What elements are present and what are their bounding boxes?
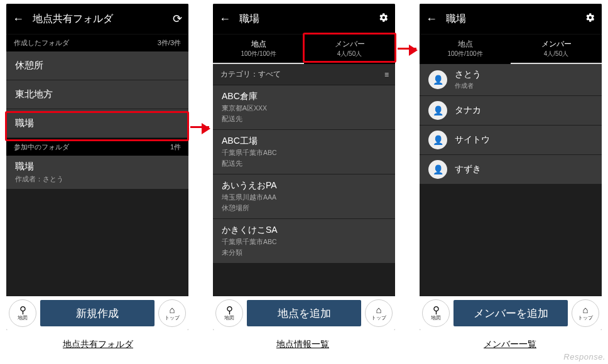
header: ← 地点共有フォルダ ⟳ [6, 4, 188, 34]
pin-icon: ⚲ [19, 305, 26, 314]
top-button[interactable]: ⌂ トップ [158, 299, 186, 327]
poi-row[interactable]: かきくけこSA 千葉県千葉市ABC 未分類 [213, 219, 395, 264]
joined-folder-sub: 作成者：さとう [15, 174, 180, 184]
poi-tag: 未分類 [222, 249, 386, 257]
map-button[interactable]: ⚲ 地図 [215, 299, 243, 327]
gear-icon[interactable] [580, 12, 595, 26]
top-button[interactable]: ⌂ トップ [572, 299, 599, 327]
bottom-bar: ⚲ 地図 新規作成 ⌂ トップ [6, 296, 188, 330]
folder-row[interactable]: 職場 [6, 109, 188, 138]
category-bar[interactable]: カテゴリ：すべて ≡ [213, 64, 395, 85]
map-button[interactable]: ⚲ 地図 [422, 299, 450, 327]
section-created: 作成したフォルダ 3件/3件 [6, 34, 188, 51]
screen-folder-list: ← 地点共有フォルダ ⟳ 作成したフォルダ 3件/3件 休憩所 東北地方 職場 … [6, 4, 188, 330]
poi-addr: 千葉県千葉市ABC [222, 149, 386, 158]
tabs: 地点 100件/100件 メンバー 4人/50人 [213, 34, 395, 64]
header-title: 職場 [234, 13, 374, 26]
avatar: 👤 [428, 160, 447, 179]
gear-icon[interactable] [374, 12, 389, 26]
folder-row[interactable]: 東北地方 [6, 80, 188, 109]
arrow-2 [398, 48, 416, 50]
home-icon: ⌂ [169, 305, 175, 314]
tab-count: 100件/100件 [447, 50, 482, 58]
tab-label: メンバー [335, 39, 365, 50]
create-button[interactable]: 新規作成 [40, 300, 155, 326]
pin-icon: ⚲ [433, 305, 440, 314]
add-member-button[interactable]: メンバーを追加 [453, 300, 568, 326]
member-name: さとう [455, 69, 481, 80]
top-label: トップ [371, 314, 386, 321]
member-role: 作成者 [455, 82, 481, 90]
member-name: サイトウ [455, 134, 490, 146]
joined-folder-name: 職場 [15, 161, 180, 173]
tab-poi[interactable]: 地点 100件/100件 [213, 35, 304, 64]
poi-tag: 休憩場所 [222, 204, 386, 213]
tab-label: メンバー [541, 39, 572, 50]
refresh-icon[interactable]: ⟳ [167, 12, 182, 26]
add-poi-button[interactable]: 地点を追加 [247, 300, 361, 326]
top-label: トップ [578, 314, 593, 321]
category-label: カテゴリ：すべて [220, 69, 281, 80]
section-count: 3件/3件 [158, 38, 181, 48]
bottom-bar: ⚲ 地図 メンバーを追加 ⌂ トップ [420, 296, 602, 330]
bottom-bar: ⚲ 地図 地点を追加 ⌂ トップ [213, 296, 395, 330]
tab-label: 地点 [458, 39, 473, 50]
poi-name: あいうえおPA [222, 180, 386, 191]
filter-icon[interactable]: ≡ [384, 70, 388, 79]
poi-row[interactable]: ABC工場 千葉県千葉市ABC 配送先 [213, 130, 395, 174]
tab-poi[interactable]: 地点 100件/100件 [420, 35, 511, 64]
caption-1: 地点共有フォルダ [63, 339, 133, 350]
member-name: すずき [455, 164, 481, 175]
home-icon: ⌂ [582, 305, 588, 314]
poi-name: ABC工場 [222, 136, 386, 147]
home-icon: ⌂ [376, 305, 381, 314]
poi-tag: 配送先 [222, 159, 386, 168]
section-label: 作成したフォルダ [14, 38, 69, 48]
filler [6, 190, 188, 296]
section-count: 1件 [170, 142, 181, 152]
member-row[interactable]: 👤 タナカ [420, 96, 602, 126]
filler [213, 264, 395, 296]
back-icon[interactable]: ← [219, 13, 234, 26]
poi-name: かきくけこSA [222, 225, 386, 236]
caption-3: メンバー一覧 [484, 339, 536, 350]
section-joined: 参加中のフォルダ 1件 [6, 138, 188, 156]
pin-icon: ⚲ [226, 305, 233, 314]
joined-folder-row[interactable]: 職場 作成者：さとう [6, 156, 188, 190]
member-row[interactable]: 👤 すずき [420, 155, 602, 185]
caption-2: 地点情報一覧 [276, 339, 329, 350]
poi-row[interactable]: あいうえおPA 埼玉県川越市AAA 休憩場所 [213, 174, 395, 219]
tab-members[interactable]: メンバー 4人/50人 [304, 35, 395, 64]
poi-name: ABC倉庫 [222, 91, 386, 102]
back-icon[interactable]: ← [426, 13, 441, 26]
poi-addr: 千葉県千葉市ABC [222, 238, 386, 247]
folder-row[interactable]: 休憩所 [6, 51, 188, 80]
arrow-1 [190, 126, 209, 128]
tab-count: 100件/100件 [241, 50, 276, 58]
top-label: トップ [165, 314, 180, 321]
avatar: 👤 [428, 131, 447, 149]
back-icon[interactable]: ← [13, 13, 28, 26]
member-name: タナカ [455, 105, 481, 116]
watermark: Response. [563, 352, 605, 361]
header: ← 職場 [213, 4, 395, 34]
filler [420, 185, 602, 296]
tab-count: 4人/50人 [337, 50, 362, 58]
map-label: 地図 [18, 314, 28, 321]
map-button[interactable]: ⚲ 地図 [9, 299, 36, 327]
header: ← 職場 [420, 4, 602, 34]
poi-row[interactable]: ABC倉庫 東京都A区XXX 配送先 [213, 85, 395, 130]
poi-addr: 東京都A区XXX [222, 104, 386, 113]
poi-tag: 配送先 [222, 115, 386, 124]
tab-members[interactable]: メンバー 4人/50人 [511, 35, 602, 64]
screen-member-list: ← 職場 地点 100件/100件 メンバー 4人/50人 👤 さとう 作成者 [420, 4, 602, 330]
tabs: 地点 100件/100件 メンバー 4人/50人 [420, 34, 602, 64]
section-label: 参加中のフォルダ [14, 142, 69, 152]
screen-poi-list: ← 職場 地点 100件/100件 メンバー 4人/50人 カテゴリ：すべて ≡… [213, 4, 395, 330]
map-label: 地図 [224, 314, 234, 321]
member-row[interactable]: 👤 サイトウ [420, 126, 602, 155]
top-button[interactable]: ⌂ トップ [365, 299, 393, 327]
header-title: 職場 [441, 13, 580, 26]
member-row[interactable]: 👤 さとう 作成者 [420, 64, 602, 96]
header-title: 地点共有フォルダ [28, 13, 167, 26]
